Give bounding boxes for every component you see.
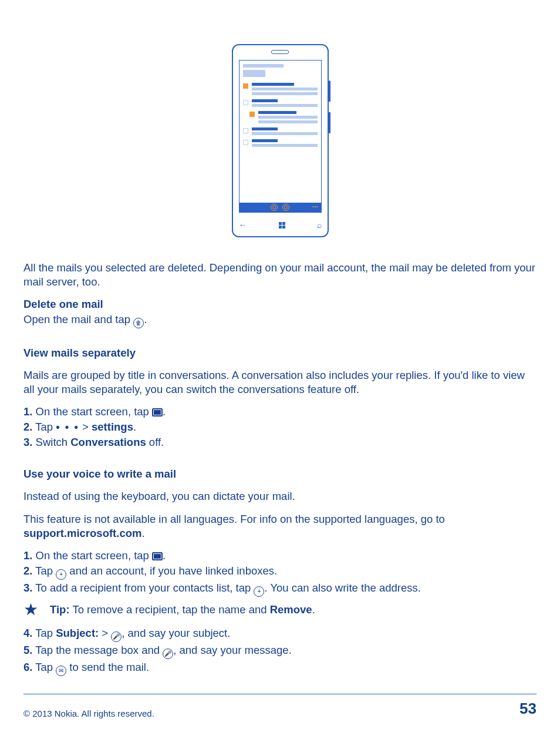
voice-step-2: 2. Tap + and an account, if you have lin… bbox=[23, 564, 537, 580]
mic-icon: 🎤 bbox=[163, 649, 173, 659]
star-icon: ★ bbox=[23, 602, 38, 618]
view-sep-intro: Mails are grouped by title in conversati… bbox=[23, 368, 537, 397]
view-sep-step-3: 3. Switch Conversations off. bbox=[23, 435, 537, 449]
plus-circle-icon: + bbox=[56, 569, 66, 580]
illustration-container: ••• ← ⌕ bbox=[23, 44, 537, 237]
view-sep-step-2: 2. Tap • • • > settings. bbox=[23, 420, 537, 434]
phone-illustration: ••• ← ⌕ bbox=[232, 44, 329, 237]
heading-view-mails-separately: View mails separately bbox=[23, 346, 537, 360]
plus-circle-icon: + bbox=[254, 586, 264, 597]
heading-delete-one-mail: Delete one mail bbox=[23, 297, 537, 311]
mail-icon bbox=[152, 408, 163, 416]
mic-icon: 🎤 bbox=[111, 631, 122, 642]
voice-step-4: 4. Tap Subject: > 🎤, and say your subjec… bbox=[23, 626, 537, 642]
voice-step-5: 5. Tap the message box and 🎤, and say yo… bbox=[23, 643, 537, 659]
copyright-text: © 2013 Nokia. All rights reserved. bbox=[23, 708, 154, 720]
trash-icon: 🗑 bbox=[133, 318, 144, 328]
voice-p2: This feature is not available in all lan… bbox=[23, 512, 537, 540]
heading-voice-write-mail: Use your voice to write a mail bbox=[23, 467, 537, 481]
back-icon: ← bbox=[239, 220, 247, 230]
voice-step-3: 3. To add a recipient from your contacts… bbox=[23, 581, 537, 597]
page-footer: © 2013 Nokia. All rights reserved. 53 bbox=[23, 694, 537, 719]
view-sep-step-1: 1. On the start screen, tap . bbox=[23, 405, 537, 419]
send-mail-icon: ✉ bbox=[56, 666, 66, 676]
search-icon: ⌕ bbox=[317, 220, 322, 230]
voice-step-6: 6. Tap ✉ to send the mail. bbox=[23, 660, 537, 676]
tip-text: Tip: To remove a recipient, tap the name… bbox=[50, 603, 315, 617]
manual-page: ••• ← ⌕ All the mails you selected are d… bbox=[0, 0, 560, 739]
voice-p1: Instead of using the keyboard, you can d… bbox=[23, 489, 537, 503]
windows-icon bbox=[279, 222, 285, 229]
mail-icon bbox=[152, 552, 163, 560]
delete-one-instruction: Open the mail and tap 🗑. bbox=[23, 313, 537, 328]
page-number: 53 bbox=[519, 699, 537, 719]
more-dots-icon: • • • bbox=[56, 421, 79, 433]
voice-step-1: 1. On the start screen, tap . bbox=[23, 549, 537, 563]
tip-row: ★ Tip: To remove a recipient, tap the na… bbox=[23, 603, 537, 618]
intro-paragraph: All the mails you selected are deleted. … bbox=[23, 261, 537, 289]
